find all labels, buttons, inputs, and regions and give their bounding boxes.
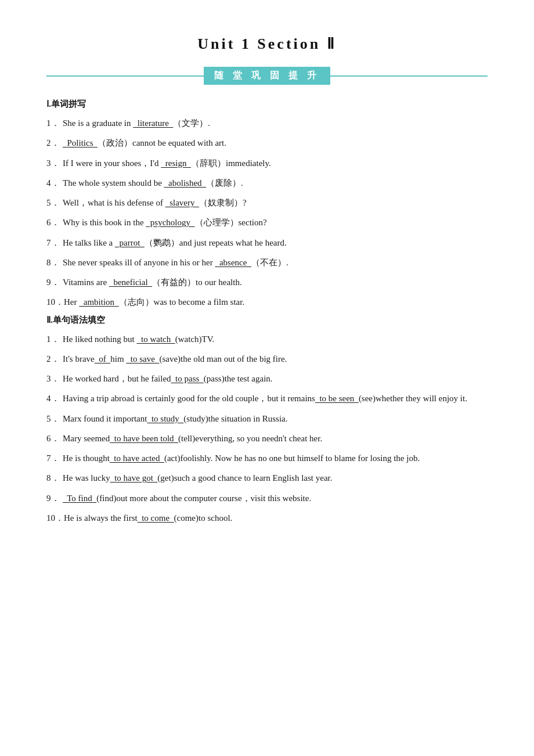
item-num: 5．	[46, 411, 63, 426]
item-num: 4．	[46, 391, 63, 406]
answer-underline: parrot	[115, 238, 145, 247]
item-num: 7．	[46, 451, 63, 466]
section1-heading: Ⅰ.单词拼写	[46, 99, 488, 110]
answer-underline: slavery	[165, 198, 199, 207]
section1-item-4: 4．The whole system should be abolished （…	[46, 175, 488, 190]
answer-underline: literature	[133, 118, 173, 128]
banner-line-right	[330, 75, 488, 77]
item-num: 10．	[46, 510, 64, 525]
item-num: 6．	[46, 431, 63, 446]
item-num: 3．	[46, 156, 63, 171]
item-num: 6．	[46, 215, 63, 230]
section1-item-9: 9．Vitamins are beneficial （有益的）to our he…	[46, 275, 488, 290]
section2-item-6: 6．Mary seemed to have been told (tell)ev…	[46, 431, 488, 446]
answer-underline: to watch	[137, 334, 175, 344]
section2-item-3: 3．He worked hard，but he failed to pass (…	[46, 371, 488, 386]
answer-underline: resign	[161, 159, 191, 168]
answer-underline: abolished	[164, 178, 207, 188]
section1-item-2: 2． Politics （政治）cannot be equated with a…	[46, 135, 488, 150]
section2-heading: Ⅱ.单句语法填空	[46, 315, 488, 326]
section2-item-5: 5．Marx found it important to study (stud…	[46, 411, 488, 426]
section2-item-2: 2．It's brave of him to save (save)the ol…	[46, 351, 488, 366]
item-num: 9．	[46, 275, 63, 290]
item-num: 5．	[46, 195, 63, 210]
item-num: 3．	[46, 371, 63, 386]
answer-underline: to pass	[171, 374, 204, 383]
section1-item-3: 3．If I were in your shoes，I'd resign （辞职…	[46, 156, 488, 171]
banner-line-left	[46, 75, 204, 77]
section2-item-4: 4．Having a trip abroad is certainly good…	[46, 391, 488, 406]
item-num: 4．	[46, 175, 63, 190]
answer-underline: Politics	[63, 138, 98, 147]
answer-underline: To find	[63, 494, 96, 503]
item-num: 1．	[46, 332, 63, 347]
section2-item-1: 1．He liked nothing but to watch (watch)T…	[46, 332, 488, 347]
section1-item-6: 6．Why is this book in the psychology （心理…	[46, 215, 488, 230]
answer-underline: to have acted	[110, 453, 164, 463]
item-num: 1．	[46, 116, 63, 131]
banner-box: 随 堂 巩 固 提 升	[204, 67, 330, 85]
section2-item-9: 9． To find (find)out more about the comp…	[46, 491, 488, 506]
answer-underline: psychology	[146, 218, 194, 227]
section1-item-7: 7．He talks like a parrot （鹦鹉）and just re…	[46, 235, 488, 250]
section1-item-8: 8．She never speaks ill of anyone in his …	[46, 255, 488, 270]
item-num: 10．	[46, 294, 64, 309]
banner-container: 随 堂 巩 固 提 升	[46, 67, 488, 85]
page-title: Unit 1 Section Ⅱ	[46, 35, 488, 53]
item-num: 2．	[46, 135, 63, 150]
section1: Ⅰ.单词拼写 1．She is a graduate in literature…	[46, 99, 488, 310]
answer-underline: to be seen	[315, 394, 359, 403]
answer-underline: beneficial	[109, 278, 152, 287]
answer-underline: to come	[138, 513, 174, 523]
section1-item-5: 5．Well，what is his defense of slavery （奴…	[46, 195, 488, 210]
section2-item-7: 7．He is thought to have acted (act)fooli…	[46, 451, 488, 466]
answer-underline2: to save	[126, 354, 159, 363]
item-num: 7．	[46, 235, 63, 250]
section2-item-10: 10．He is always the first to come (come)…	[46, 510, 488, 525]
section2: Ⅱ.单句语法填空 1．He liked nothing but to watch…	[46, 315, 488, 526]
item-num: 8．	[46, 470, 63, 485]
answer-underline: ambition	[79, 297, 118, 307]
answer-underline: of	[95, 354, 111, 363]
answer-underline: absence	[215, 258, 251, 267]
item-num: 9．	[46, 491, 63, 506]
answer-underline: to have been told	[110, 434, 178, 443]
item-num: 2．	[46, 351, 63, 366]
section1-item-1: 1．She is a graduate in literature （文学）.	[46, 116, 488, 131]
answer-underline: to study	[147, 414, 183, 423]
section2-item-8: 8．He was lucky to have got (get)such a g…	[46, 470, 488, 485]
answer-underline: to have got	[110, 473, 158, 483]
section1-item-10: 10．Her ambition （志向）was to become a film…	[46, 294, 488, 309]
item-num: 8．	[46, 255, 63, 270]
